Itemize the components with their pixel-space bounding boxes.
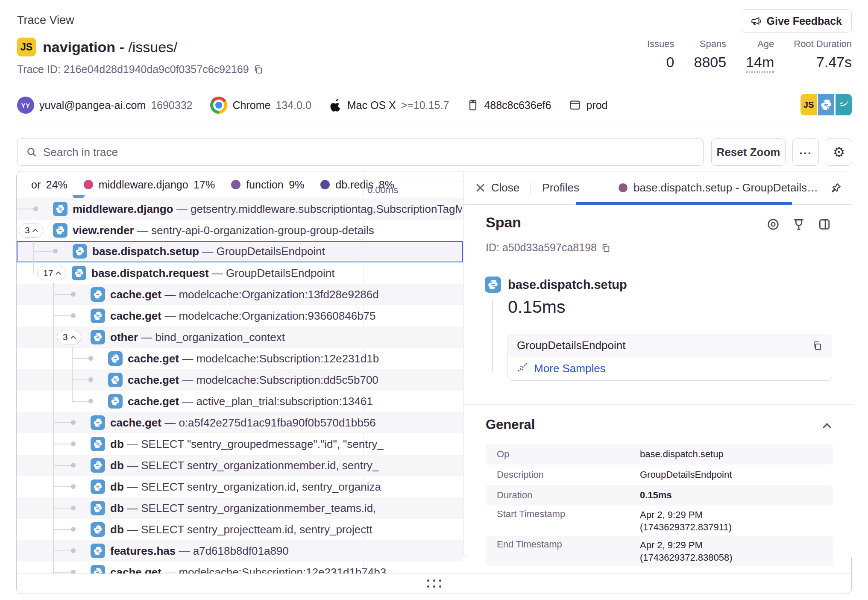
funnel-icon[interactable] bbox=[792, 218, 806, 231]
python-icon bbox=[91, 309, 105, 323]
python-icon bbox=[91, 565, 105, 574]
stat-label: Issues bbox=[647, 38, 674, 50]
span-row-db[interactable]: db — SELECT sentry_organizationmember_te… bbox=[17, 497, 463, 519]
python-icon bbox=[91, 522, 105, 537]
connector-line bbox=[53, 422, 73, 423]
tab-span-active[interactable]: base.dispatch.setup - GroupDetails… bbox=[619, 181, 842, 194]
python-icon bbox=[108, 351, 123, 366]
span-row-label: db — SELECT sentry_organizationmember.id… bbox=[110, 455, 462, 476]
span-row-db[interactable]: db — SELECT sentry_organizationmember.id… bbox=[17, 455, 463, 476]
span-row-label: db — SELECT sentry_projectteam.id, sentr… bbox=[110, 519, 462, 540]
os-version: >=10.15.7 bbox=[401, 99, 449, 112]
span-row-base.dispatch.request[interactable]: 17 base.dispatch.request — GroupDetailsE… bbox=[17, 262, 463, 284]
span-row-cache.get[interactable]: cache.get — modelcache:Subscription:12e2… bbox=[17, 348, 463, 369]
legend-item-middleware-django[interactable]: middleware.django 17% bbox=[84, 179, 215, 191]
connector-line bbox=[53, 529, 73, 530]
collapse-chevron-icon[interactable] bbox=[823, 423, 831, 432]
more-samples-link[interactable]: More Samples bbox=[507, 356, 832, 380]
connector-dot bbox=[71, 420, 76, 425]
child-count: 3 bbox=[25, 225, 30, 235]
span-row-cache.get[interactable]: cache.get — o:a5f42e275d1ac91fba90f0b570… bbox=[17, 412, 463, 433]
tab-profiles[interactable]: Profiles bbox=[542, 181, 579, 194]
span-row-cache.get[interactable]: cache.get — modelcache:Organization:13fd… bbox=[17, 284, 463, 305]
close-tab-label[interactable]: Close bbox=[491, 181, 519, 194]
python-icon bbox=[91, 330, 105, 344]
expand-pill[interactable]: 3 bbox=[19, 223, 43, 238]
more-options-button[interactable]: ... bbox=[792, 138, 819, 166]
field-value: Apr 2, 9:29 PM (1743629372.838058) bbox=[640, 539, 733, 564]
trace-meta-row: YY yuval@pangea-ai.com 1690332 Chrome 13… bbox=[17, 92, 607, 118]
python-icon bbox=[91, 437, 105, 451]
pin-icon[interactable] bbox=[830, 182, 842, 194]
span-row-view.render[interactable]: 3 view.render — sentry-api-0-organizatio… bbox=[17, 220, 463, 241]
focus-target-icon[interactable] bbox=[766, 218, 780, 231]
span-row-cache.get[interactable]: cache.get — modelcache:Organization:9366… bbox=[17, 305, 463, 326]
span-row-cache.get[interactable]: cache.get — modelcache:Subscription:12e2… bbox=[17, 562, 463, 574]
span-section-title: Span bbox=[486, 214, 521, 231]
span-row-cache.get[interactable]: cache.get — active_plan_trial:subscripti… bbox=[17, 391, 463, 412]
trace-stats: Issues 0Spans 8805Age 14mRoot Duration 7… bbox=[647, 38, 852, 73]
python-icon bbox=[108, 394, 123, 409]
connector-line bbox=[53, 572, 73, 573]
span-row-label: base.dispatch.setup — GroupDetailsEndpoi… bbox=[92, 242, 461, 261]
browser-name: Chrome bbox=[232, 99, 270, 112]
legend-item-or[interactable]: or 24% bbox=[31, 179, 67, 191]
span-row-base.dispatch.setup[interactable]: base.dispatch.setup — GroupDetailsEndpoi… bbox=[17, 241, 463, 262]
stat-root-duration: Root Duration 7.47s bbox=[794, 38, 852, 73]
legend-label: or 24% bbox=[31, 179, 67, 191]
python-icon bbox=[53, 202, 67, 216]
drawer-action-icons bbox=[766, 218, 831, 231]
general-section-title: General bbox=[486, 417, 535, 432]
connector-dot bbox=[71, 313, 76, 318]
platform-tile-group: JS bbox=[801, 94, 852, 115]
give-feedback-button[interactable]: Give Feedback bbox=[741, 9, 852, 32]
general-row-duration: Duration0.15ms bbox=[486, 485, 833, 506]
span-op-dot-icon bbox=[619, 183, 628, 192]
span-row-other[interactable]: 3 other — bind_organization_context bbox=[17, 326, 463, 348]
python-icon bbox=[72, 266, 86, 280]
copy-icon[interactable] bbox=[812, 341, 822, 351]
stat-age: Age 14m bbox=[746, 38, 774, 73]
sample-name: GroupDetailsEndpoint bbox=[517, 339, 625, 352]
chevron-up-icon bbox=[70, 335, 76, 341]
drawer-resize-handle[interactable] bbox=[17, 573, 851, 594]
stat-label: Spans bbox=[700, 38, 726, 50]
span-row-cache.get[interactable]: cache.get — modelcache:Subscription:dd5c… bbox=[17, 369, 463, 391]
span-row-db[interactable]: db — SELECT sentry_projectteam.id, sentr… bbox=[17, 519, 463, 540]
device-icon bbox=[467, 99, 479, 111]
general-row-description: DescriptionGroupDetailsEndpoint bbox=[486, 465, 833, 485]
field-key: End Timestamp bbox=[497, 536, 562, 553]
settings-gear-button[interactable]: ⚙ bbox=[826, 138, 852, 166]
connector-line bbox=[53, 508, 73, 509]
close-icon[interactable]: ✕ bbox=[475, 181, 486, 195]
span-row-features.has[interactable]: features.has — a7d618b8df01a890 bbox=[17, 540, 463, 562]
search-input[interactable]: Search in trace bbox=[17, 138, 704, 166]
span-row-middleware.django[interactable]: middleware.django — getsentry.middleware… bbox=[17, 198, 463, 220]
layout-columns-icon[interactable] bbox=[818, 218, 831, 231]
connector-line bbox=[53, 486, 73, 487]
span-row-label: features.has — a7d618b8df01a890 bbox=[110, 540, 462, 562]
legend-item-function[interactable]: function 9% bbox=[231, 179, 304, 191]
stat-value: 7.47s bbox=[816, 54, 852, 71]
scatter-dots-icon bbox=[517, 362, 528, 376]
search-icon bbox=[26, 147, 37, 158]
sample-connector-line bbox=[492, 299, 493, 372]
span-row-db[interactable]: db — SELECT "sentry_groupedmessage"."id"… bbox=[17, 433, 463, 455]
avatar: YY bbox=[17, 97, 34, 114]
reset-zoom-button[interactable]: Reset Zoom bbox=[711, 138, 786, 166]
active-tab-underline bbox=[576, 202, 792, 205]
span-row-db[interactable]: db — SELECT sentry_organization.id, sent… bbox=[17, 476, 463, 497]
expand-pill[interactable]: 17 bbox=[37, 266, 66, 280]
python-icon bbox=[91, 544, 105, 558]
waterfall-time-header: 0.00ms bbox=[364, 182, 463, 198]
chrome-icon bbox=[210, 97, 227, 114]
stat-value: 0 bbox=[666, 54, 674, 71]
clipped-row-icon-sliver bbox=[73, 195, 85, 198]
trace-id: Trace ID: 216e04d28d1940da9c0f0357c6c921… bbox=[17, 63, 263, 76]
span-row-label: base.dispatch.request — GroupDetailsEndp… bbox=[91, 262, 462, 284]
copy-icon[interactable] bbox=[601, 243, 610, 253]
stat-value: 14m bbox=[746, 54, 774, 73]
connector-dot bbox=[88, 377, 93, 382]
expand-pill[interactable]: 3 bbox=[57, 330, 81, 344]
copy-icon[interactable] bbox=[253, 65, 263, 74]
